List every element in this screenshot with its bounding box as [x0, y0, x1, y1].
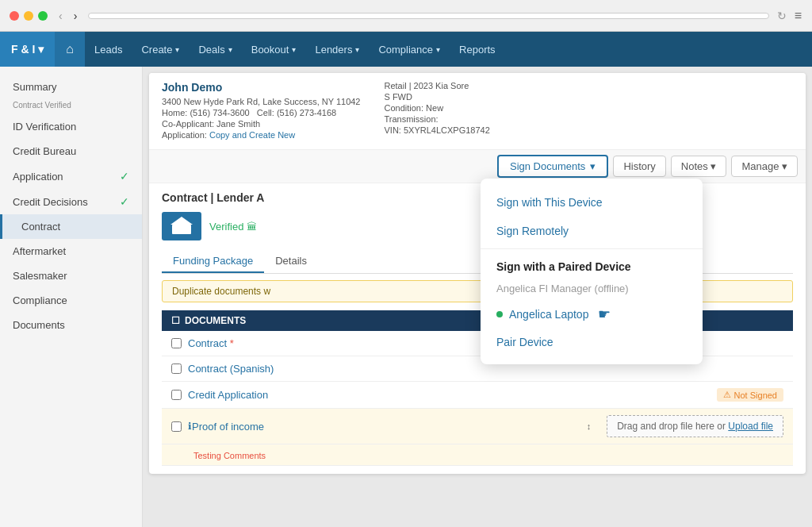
top-navigation: F & I ▾ ⌂ Leads Create ▾ Deals ▾ Bookout… — [0, 32, 812, 67]
check-icon: ✓ — [120, 195, 129, 208]
main-area: Summary Contract Verified ID Verificatio… — [0, 67, 812, 527]
minimize-button[interactable] — [24, 11, 33, 21]
nav-lenders[interactable]: Lenders ▾ — [305, 32, 369, 67]
sidebar-summary-label: Summary — [13, 81, 57, 93]
svg-marker-5 — [170, 217, 193, 225]
sidebar-item-contract[interactable]: Contract — [0, 214, 142, 239]
not-signed-badge: ⚠ Not Signed — [717, 388, 783, 402]
table-row: ℹ Proof of income ↕ Drag and drop file h… — [162, 409, 793, 444]
copy-create-new-link[interactable]: Copy and Create New — [209, 130, 295, 140]
sidebar-item-credit-decisions[interactable]: Credit Decisions ✓ — [0, 189, 142, 214]
condition-info: Condition: New — [385, 103, 490, 113]
nav-compliance[interactable]: Compliance ▾ — [369, 32, 450, 67]
tab-funding-package[interactable]: Funding Package — [162, 250, 264, 273]
doc-checkbox[interactable] — [171, 338, 182, 348]
sidebar-item-id-verification[interactable]: ID Verification — [0, 114, 142, 139]
pair-device-option[interactable]: Pair Device — [481, 329, 703, 355]
deal-info-left: John Demo 3400 New Hyde Park Rd, Lake Su… — [162, 81, 361, 141]
home-icon: ⌂ — [66, 42, 74, 56]
refresh-icon[interactable]: ↻ — [777, 10, 787, 22]
svg-rect-3 — [183, 225, 186, 233]
brand-logo[interactable]: F & I ▾ — [0, 32, 55, 67]
chevron-down-icon: ▾ — [436, 45, 440, 54]
sidebar-item-application[interactable]: Application ✓ — [0, 163, 142, 189]
sidebar-summary-subtitle: Contract Verified — [0, 99, 142, 114]
browser-menu-icon[interactable]: ≡ — [795, 9, 802, 23]
dropdown-arrow-icon: ▾ — [590, 160, 596, 172]
doc-name: Credit Application — [188, 389, 717, 401]
transmission-info: Transmission: — [385, 114, 490, 124]
bank-icon — [162, 212, 201, 240]
check-icon: ✓ — [120, 170, 129, 183]
chevron-down-icon: ▾ — [228, 45, 232, 54]
customer-name: John Demo — [162, 81, 361, 94]
sidebar-item-summary[interactable]: Summary — [0, 75, 142, 99]
browser-navigation: ‹ › — [56, 8, 80, 24]
upload-zone: Drag and drop file here or Upload file — [607, 415, 783, 437]
nav-reports[interactable]: Reports — [450, 32, 505, 67]
svg-rect-1 — [174, 225, 177, 233]
svg-rect-2 — [178, 225, 182, 233]
deal-info-right: Retail | 2023 Kia Sore S FWD Condition: … — [385, 81, 490, 141]
svg-rect-4 — [188, 225, 190, 233]
sign-remotely-option[interactable]: Sign Remotely — [481, 217, 703, 245]
browser-chrome: ‹ › ↻ ≡ — [0, 0, 812, 32]
address-bar[interactable] — [88, 13, 768, 19]
nav-leads[interactable]: Leads — [85, 32, 132, 67]
content-area: John Demo 3400 New Hyde Park Rd, Lake Su… — [143, 67, 812, 527]
brand-text: F & I — [11, 43, 35, 56]
nav-create[interactable]: Create ▾ — [132, 32, 189, 67]
paired-device-section-title: Sign with a Paired Device — [481, 252, 703, 278]
manage-button[interactable]: Manage ▾ — [731, 156, 798, 177]
doc-name: Proof of income — [192, 421, 587, 433]
co-applicant: Co-Applicant: Jane Smith — [162, 119, 361, 129]
document-card: John Demo 3400 New Hyde Park Rd, Lake Su… — [149, 73, 806, 474]
contract-content: Contract | Lender A Verified — [149, 183, 806, 474]
sidebar-item-aftermarket[interactable]: Aftermarket — [0, 239, 142, 264]
sidebar-item-credit-bureau[interactable]: Credit Bureau — [0, 139, 142, 163]
testing-comments-text: Testing Comments — [193, 451, 266, 460]
sidebar-item-documents[interactable]: Documents — [0, 313, 142, 337]
sidebar: Summary Contract Verified ID Verificatio… — [0, 67, 143, 527]
sign-this-device-option[interactable]: Sign with This Device — [481, 188, 703, 217]
forward-arrow[interactable]: › — [71, 8, 81, 24]
nav-items-container: Leads Create ▾ Deals ▾ Bookout ▾ Lenders… — [85, 32, 505, 67]
warning-icon: ⚠ — [723, 390, 731, 400]
verified-icon: 🏛 — [247, 221, 257, 233]
deal-header: John Demo 3400 New Hyde Park Rd, Lake Su… — [149, 73, 806, 150]
verified-badge: Verified 🏛 — [209, 221, 257, 233]
sidebar-item-salesmaker[interactable]: Salesmaker — [0, 264, 142, 288]
brand-arrow-icon: ▾ — [38, 43, 44, 56]
required-star: * — [230, 337, 234, 349]
documents-checkbox-icon: ☐ — [171, 315, 180, 326]
application-link: Application: Copy and Create New — [162, 130, 361, 140]
tab-details[interactable]: Details — [264, 250, 318, 273]
nav-bookout[interactable]: Bookout ▾ — [242, 32, 306, 67]
sign-documents-button[interactable]: Sign Documents ▾ — [497, 155, 608, 178]
close-button[interactable] — [10, 11, 19, 21]
sidebar-item-compliance[interactable]: Compliance — [0, 288, 142, 313]
nav-deals[interactable]: Deals ▾ — [189, 32, 241, 67]
traffic-lights — [10, 11, 48, 21]
doc-checkbox[interactable] — [171, 421, 182, 432]
chevron-down-icon: ▾ — [355, 45, 359, 54]
chevron-down-icon: ▾ — [175, 45, 179, 54]
cursor-icon: ☛ — [598, 306, 611, 323]
doc-name: Contract (Spanish) — [188, 363, 783, 375]
online-status-dot — [496, 311, 503, 317]
action-bar: Sign Documents ▾ History Notes ▾ Manage … — [149, 150, 806, 183]
doc-checkbox[interactable] — [171, 390, 182, 400]
home-nav-button[interactable]: ⌂ — [55, 32, 85, 67]
maximize-button[interactable] — [38, 11, 48, 21]
vin-info: VIN: 5XYRL4LCXPG18742 — [385, 125, 490, 135]
history-button[interactable]: History — [613, 156, 665, 177]
customer-address: 3400 New Hyde Park Rd, Lake Success, NY … — [162, 97, 361, 106]
arrows-icon: ↕ — [587, 421, 592, 431]
device-online-item[interactable]: Angelica Laptop ☛ — [481, 299, 703, 329]
upload-file-link[interactable]: Upload file — [728, 421, 773, 432]
dropdown-divider — [481, 248, 703, 249]
doc-checkbox[interactable] — [171, 364, 182, 374]
notes-button[interactable]: Notes ▾ — [671, 156, 727, 177]
sign-documents-dropdown: Sign with This Device Sign Remotely Sign… — [481, 179, 703, 364]
back-arrow[interactable]: ‹ — [56, 8, 66, 24]
